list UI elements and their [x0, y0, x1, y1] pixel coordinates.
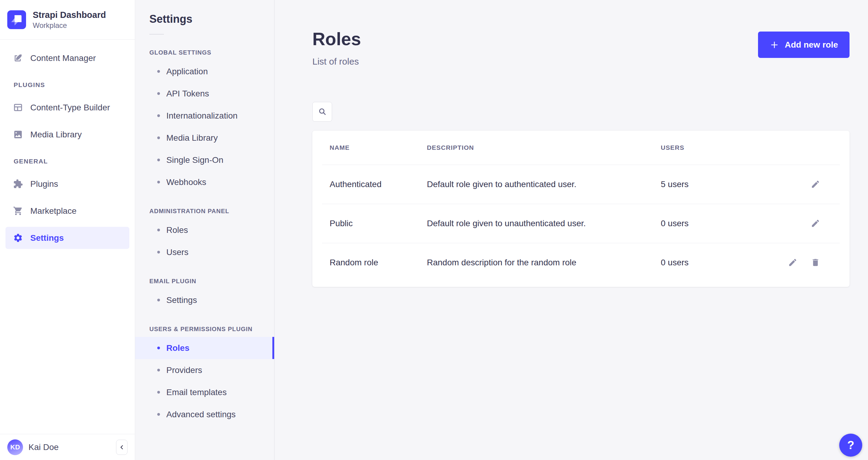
column-header-users: USERS: [661, 144, 775, 151]
bullet-icon: [157, 413, 160, 416]
sidebar-item-content-type-builder[interactable]: Content-Type Builder: [5, 96, 129, 119]
subnav-item-internationalization[interactable]: Internationalization: [135, 105, 274, 127]
bullet-icon: [157, 114, 160, 117]
page-title: Roles: [312, 29, 361, 50]
subnav-item-media-library[interactable]: Media Library: [135, 127, 274, 149]
bullet-icon: [157, 369, 160, 371]
subnav-item-email-templates[interactable]: Email templates: [135, 381, 274, 403]
cell-name: Random role: [330, 258, 427, 267]
subnav-item-application[interactable]: Application: [135, 60, 274, 83]
sidebar-item-label: Marketplace: [30, 206, 76, 216]
subnav-item-label: Media Library: [166, 133, 218, 143]
subnav-item-single-sign-on[interactable]: Single Sign-On: [135, 149, 274, 171]
bullet-icon: [157, 299, 160, 301]
bullet-icon: [157, 391, 160, 394]
edit-role-button[interactable]: [811, 179, 820, 189]
page-subtitle: List of roles: [312, 56, 361, 67]
add-new-role-button[interactable]: Add new role: [758, 32, 849, 58]
subnav-section-email-plugin: EMAIL PLUGIN: [135, 278, 274, 285]
cell-name: Public: [330, 219, 427, 228]
media-library-icon: [13, 130, 23, 140]
subnav-item-label: Providers: [166, 365, 202, 375]
cell-name: Authenticated: [330, 179, 427, 189]
collapse-sidebar-button[interactable]: [116, 440, 128, 455]
content-manager-icon: [13, 53, 23, 63]
subnav-divider: [149, 34, 164, 35]
edit-role-button[interactable]: [788, 258, 798, 267]
column-header-description: DESCRIPTION: [427, 144, 661, 151]
plus-icon: [770, 40, 779, 50]
add-new-role-label: Add new role: [785, 40, 838, 50]
subnav-item-label: Internationalization: [166, 111, 238, 121]
table-row-random-role[interactable]: Random role Random description for the r…: [312, 243, 849, 282]
cell-users: 5 users: [661, 179, 775, 189]
search-icon: [318, 107, 327, 116]
subnav-item-label: Roles: [166, 225, 188, 235]
bullet-icon: [157, 137, 160, 139]
bullet-icon: [157, 181, 160, 183]
brand-header[interactable]: Strapi Dashboard Workplace: [0, 0, 135, 40]
table-header-row: NAME DESCRIPTION USERS: [312, 131, 849, 165]
bullet-icon: [157, 159, 160, 161]
page-header-text: Roles List of roles: [312, 29, 361, 67]
sidebar-item-settings[interactable]: Settings: [5, 227, 129, 249]
bullet-icon: [157, 251, 160, 254]
pencil-icon: [811, 219, 820, 228]
avatar: KD: [7, 439, 23, 455]
edit-role-button[interactable]: [811, 219, 820, 228]
subnav-item-webhooks[interactable]: Webhooks: [135, 171, 274, 193]
cell-users: 0 users: [661, 219, 775, 228]
main-sidebar: Strapi Dashboard Workplace Content Manag…: [0, 0, 135, 460]
subnav-item-admin-roles[interactable]: Roles: [135, 219, 274, 241]
subnav-title: Settings: [135, 13, 274, 26]
cell-description: Default role given to unauthenticated us…: [427, 219, 661, 228]
subnav-item-up-roles[interactable]: Roles: [135, 337, 274, 359]
pencil-icon: [811, 179, 820, 189]
subnav-item-label: Webhooks: [166, 177, 206, 187]
bullet-icon: [157, 229, 160, 231]
table-row-public[interactable]: Public Default role given to unauthentic…: [312, 204, 849, 243]
settings-subnav: Settings GLOBAL SETTINGS Application API…: [135, 0, 275, 460]
subnav-item-label: Users: [166, 248, 188, 257]
sidebar-item-media-library[interactable]: Media Library: [5, 123, 129, 146]
toolbar: [312, 102, 849, 122]
brand-text: Strapi Dashboard Workplace: [33, 10, 106, 30]
subnav-item-label: Settings: [166, 295, 197, 305]
content-area: Roles List of roles Add new role NAME DE…: [275, 0, 868, 460]
subnav-item-admin-users[interactable]: Users: [135, 241, 274, 263]
subnav-item-label: Email templates: [166, 387, 227, 397]
sidebar-item-plugins[interactable]: Plugins: [5, 173, 129, 195]
cell-description: Default role given to authenticated user…: [427, 179, 661, 189]
subnav-section-users-permissions-plugin: USERS & PERMISSIONS PLUGIN: [135, 326, 274, 333]
workspace-subtitle: Workplace: [33, 21, 106, 30]
chevron-left-icon: [119, 444, 125, 450]
subnav-section-global-settings: GLOBAL SETTINGS: [135, 49, 274, 56]
pencil-icon: [788, 258, 798, 267]
subnav-section-administration-panel: ADMINISTRATION PANEL: [135, 208, 274, 215]
gear-icon: [13, 233, 23, 243]
sidebar-section-plugins: PLUGINS: [0, 81, 135, 89]
sidebar-footer: KD Kai Doe: [0, 434, 135, 460]
strapi-logo-icon: [7, 10, 26, 29]
bullet-icon: [157, 92, 160, 95]
subnav-item-email-settings[interactable]: Settings: [135, 289, 274, 311]
subnav-item-advanced-settings[interactable]: Advanced settings: [135, 403, 274, 425]
sidebar-item-label: Media Library: [30, 130, 82, 140]
sidebar-item-content-manager[interactable]: Content Manager: [5, 47, 129, 69]
cart-icon: [13, 206, 23, 216]
help-button[interactable]: ?: [839, 434, 862, 457]
roles-table: NAME DESCRIPTION USERS Authenticated Def…: [312, 131, 849, 287]
column-header-name: NAME: [330, 144, 427, 151]
subnav-item-api-tokens[interactable]: API Tokens: [135, 83, 274, 105]
bullet-icon: [157, 70, 160, 73]
delete-role-button[interactable]: [811, 258, 820, 267]
sidebar-item-label: Settings: [30, 233, 64, 243]
subnav-item-label: Single Sign-On: [166, 155, 223, 165]
search-button[interactable]: [312, 102, 332, 122]
sidebar-section-general: GENERAL: [0, 158, 135, 165]
subnav-item-providers[interactable]: Providers: [135, 359, 274, 381]
sidebar-item-marketplace[interactable]: Marketplace: [5, 200, 129, 222]
subnav-item-label: Roles: [166, 343, 189, 353]
sidebar-nav: Content Manager PLUGINS Content-Type Bui…: [0, 40, 135, 434]
table-row-authenticated[interactable]: Authenticated Default role given to auth…: [312, 165, 849, 204]
